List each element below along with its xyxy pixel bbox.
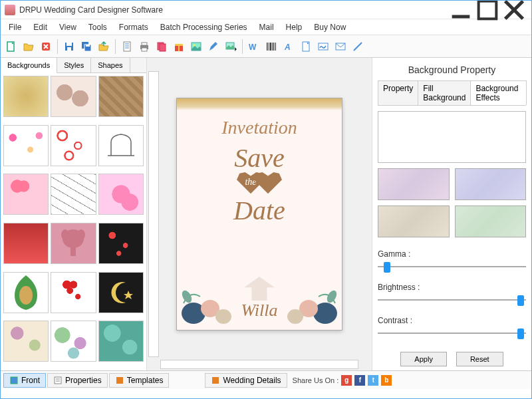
tab-background-effects[interactable]: Background Effects	[470, 80, 527, 105]
tab-shapes[interactable]: Shapes	[91, 58, 130, 72]
reset-button[interactable]: Reset	[456, 352, 503, 366]
twitter-icon[interactable]: t	[368, 375, 378, 386]
bg-thumb[interactable]	[98, 272, 144, 313]
wordart-icon[interactable]: W	[246, 39, 262, 55]
svg-point-40	[61, 229, 69, 240]
bg-thumb[interactable]	[51, 174, 96, 215]
apply-button[interactable]: Apply	[400, 352, 447, 366]
svg-rect-20	[160, 44, 166, 51]
line-icon[interactable]	[350, 39, 366, 55]
svg-line-38	[354, 43, 362, 51]
facebook-icon[interactable]: f	[354, 375, 365, 386]
effect-thumb[interactable]	[455, 205, 527, 237]
svg-text:W: W	[249, 43, 257, 52]
svg-rect-8	[67, 47, 71, 51]
page-icon[interactable]	[298, 39, 314, 55]
minimize-button[interactable]	[448, 2, 474, 18]
panel-title: Background Property	[378, 62, 526, 80]
bg-thumb[interactable]	[98, 174, 144, 215]
svg-rect-30	[270, 43, 271, 51]
close-button[interactable]	[501, 2, 527, 18]
menu-help[interactable]: Help	[281, 21, 308, 34]
gold-border	[177, 98, 342, 110]
barcode-icon[interactable]	[263, 39, 279, 55]
contrast-slider[interactable]	[378, 328, 526, 338]
picture-icon[interactable]	[223, 39, 239, 55]
hearts-graphic: the	[242, 171, 277, 196]
card-text-name: Willa	[241, 301, 278, 321]
toolbar: W A	[1, 35, 531, 58]
effect-thumb[interactable]	[378, 168, 450, 200]
svg-rect-23	[178, 44, 180, 51]
svg-rect-12	[124, 42, 130, 51]
front-button[interactable]: Front	[3, 373, 46, 388]
open-icon[interactable]	[21, 39, 37, 55]
menu-buynow[interactable]: Buy Now	[309, 21, 351, 34]
tab-property[interactable]: Property	[378, 80, 418, 105]
maximize-button[interactable]	[474, 2, 501, 18]
menu-batch[interactable]: Batch Processing Series	[155, 21, 253, 34]
delete-icon[interactable]	[38, 39, 54, 55]
menu-file[interactable]: File	[3, 21, 27, 34]
mail-icon[interactable]	[332, 39, 348, 55]
bg-thumb[interactable]	[3, 76, 49, 117]
blogger-icon[interactable]: b	[381, 375, 392, 386]
bg-thumb[interactable]	[51, 76, 96, 117]
wedding-details-button[interactable]: Wedding Details	[205, 373, 287, 388]
effect-thumb[interactable]	[378, 205, 450, 237]
export-icon[interactable]	[96, 39, 112, 55]
bg-thumb[interactable]	[3, 174, 49, 215]
bg-thumb[interactable]	[3, 125, 49, 166]
googleplus-icon[interactable]: g	[341, 375, 352, 386]
svg-rect-17	[142, 43, 147, 45]
save-icon[interactable]	[61, 39, 77, 55]
card-text-invitation: Invetation	[221, 117, 297, 138]
properties-button[interactable]: Properties	[47, 373, 108, 388]
ruler-vertical	[148, 71, 159, 357]
bg-thumb[interactable]	[51, 223, 96, 264]
card-canvas[interactable]: Invetation Save the Date Willa	[176, 98, 342, 331]
new-icon[interactable]	[3, 39, 19, 55]
menu-view[interactable]: View	[54, 21, 82, 34]
pen-icon[interactable]	[205, 39, 221, 55]
note-icon[interactable]	[119, 39, 135, 55]
brightness-slider[interactable]	[378, 295, 526, 305]
bg-thumb[interactable]	[51, 321, 96, 362]
copy-icon[interactable]	[154, 39, 170, 55]
menu-edit[interactable]: Edit	[28, 21, 53, 34]
bg-thumb[interactable]	[3, 321, 49, 362]
share-label: Share Us On :	[293, 376, 339, 384]
bg-thumb[interactable]	[3, 272, 49, 313]
bg-thumb[interactable]	[98, 76, 144, 117]
bg-thumb[interactable]	[3, 223, 49, 264]
signature-icon[interactable]	[315, 39, 331, 55]
bg-thumb[interactable]	[51, 125, 96, 166]
tab-backgrounds[interactable]: Backgrounds	[1, 58, 57, 73]
svg-rect-11	[86, 45, 90, 47]
ruler-horizontal	[160, 360, 358, 369]
gamma-slider[interactable]	[378, 261, 526, 272]
text-icon[interactable]: A	[281, 39, 297, 55]
tab-fill-background[interactable]: Fill Background	[418, 80, 471, 105]
bg-thumb[interactable]	[51, 272, 96, 313]
bg-thumb[interactable]	[98, 321, 144, 362]
menu-tools[interactable]: Tools	[83, 21, 112, 34]
svg-point-41	[77, 229, 85, 240]
saveas-icon[interactable]	[78, 39, 94, 55]
svg-point-43	[19, 286, 33, 305]
print-icon[interactable]	[136, 39, 152, 55]
gift-icon[interactable]	[171, 39, 187, 55]
bg-thumb[interactable]	[98, 125, 144, 166]
card-text-save: Save	[234, 142, 285, 174]
svg-rect-1	[479, 1, 497, 19]
svg-point-51	[325, 289, 338, 304]
bg-thumb[interactable]	[98, 223, 144, 264]
menu-formats[interactable]: Formats	[114, 21, 154, 34]
svg-rect-29	[269, 43, 269, 51]
tab-styles[interactable]: Styles	[57, 58, 91, 72]
gamma-label: Gamma :	[378, 249, 526, 259]
templates-button[interactable]: Templates	[109, 373, 170, 388]
menu-mail[interactable]: Mail	[254, 21, 279, 34]
effect-thumb[interactable]	[455, 168, 527, 200]
image-icon[interactable]	[188, 39, 204, 55]
